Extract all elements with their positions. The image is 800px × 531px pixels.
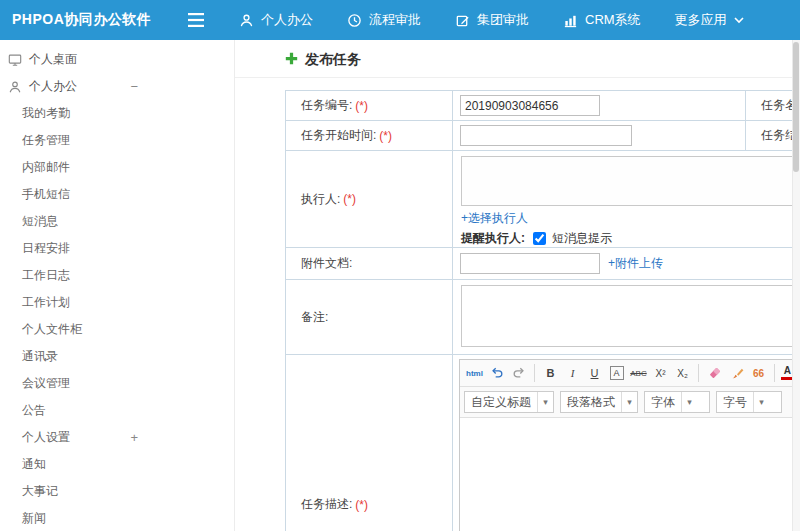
sidebar-item-personal-files[interactable]: 个人文件柜 (0, 316, 138, 343)
nav-item-crm[interactable]: CRM系统 (546, 0, 658, 40)
nav-item-workflow-approval[interactable]: 流程审批 (330, 0, 438, 40)
bar-chart-icon (563, 13, 578, 28)
remove-format-icon[interactable] (704, 363, 725, 384)
required-mark: (*) (379, 129, 392, 143)
undo-icon[interactable] (486, 363, 507, 384)
required-mark: (*) (343, 192, 356, 206)
sidebar-item-work-log[interactable]: 工作日志 (0, 262, 138, 289)
user-icon (239, 13, 254, 28)
toolbar-separator (698, 364, 699, 382)
topbar: PHPOA协同办公软件 个人办公 流程审批 集团审批 CRM系统 更多应用 (0, 0, 800, 40)
editor-toolbar-row2: 自定义标题 段落格式 字体 字号 (460, 387, 800, 418)
required-mark: (*) (355, 99, 368, 113)
page-title: 发布任务 (305, 51, 361, 69)
clock-icon (347, 13, 362, 28)
choose-executor-link[interactable]: +选择执行人 (461, 210, 528, 227)
sidebar: 个人桌面 个人办公 − 我的考勤 任务管理 内部邮件 手机短信 短消息 日程安排… (0, 40, 235, 531)
hamburger-icon[interactable] (184, 0, 208, 40)
font-family-select[interactable]: 字体 (644, 391, 710, 413)
app-brand: PHPOA协同办公软件 (0, 11, 178, 29)
page-header: 发布任务 (235, 48, 800, 78)
sms-remind-checkbox[interactable] (533, 232, 546, 245)
sidebar-item-short-message[interactable]: 短消息 (0, 208, 138, 235)
executor-box[interactable] (461, 156, 797, 206)
sidebar-item-personal-desktop[interactable]: 个人桌面 (0, 46, 138, 73)
format-brush-icon[interactable] (726, 363, 747, 384)
publish-task-form: 任务编号:(*) 任务名称:(*) 任务开始时间:(*) 任务结束时间:(*) (285, 90, 800, 531)
sidebar-item-announcement[interactable]: 公告 (0, 397, 138, 424)
caret-down-icon (753, 392, 769, 412)
attachment-input[interactable] (460, 253, 600, 274)
remind-executor-label: 提醒执行人: (461, 230, 525, 247)
task-description-editor[interactable] (460, 418, 800, 531)
toolbar-separator (534, 364, 535, 382)
start-time-label: 任务开始时间:(*) (286, 121, 453, 151)
attachment-label: 附件文档: (286, 248, 453, 280)
sidebar-item-events[interactable]: 大事记 (0, 478, 138, 505)
main-content: 发布任务 任务编号:(*) 任务名称:(*) 任务开始时间:(*) 任务结束时间 (235, 40, 800, 531)
rich-text-editor: html B I U A ABC X² X₂ 66 (459, 359, 800, 531)
remark-label: 备注: (286, 280, 453, 355)
desktop-icon (8, 53, 22, 67)
bold-button[interactable]: B (540, 363, 561, 384)
vertical-scrollbar[interactable] (792, 40, 800, 531)
attachment-upload-link[interactable]: +附件上传 (608, 255, 663, 272)
start-time-input[interactable] (460, 125, 632, 146)
caret-down-icon (621, 392, 637, 412)
toolbar-separator (774, 364, 775, 382)
caret-down-icon (681, 392, 697, 412)
sidebar-item-task-management[interactable]: 任务管理 (0, 127, 138, 154)
task-number-input[interactable] (460, 95, 600, 116)
executor-label: 执行人:(*) (286, 151, 453, 248)
source-code-button[interactable]: html (464, 363, 485, 384)
font-size-select[interactable]: 字号 (716, 391, 782, 413)
sidebar-item-my-attendance[interactable]: 我的考勤 (0, 100, 138, 127)
sidebar-item-notice[interactable]: 通知 (0, 451, 138, 478)
remark-textarea[interactable] (461, 285, 797, 347)
user-icon (8, 80, 22, 94)
collapse-icon[interactable]: − (130, 79, 138, 94)
blockquote-button[interactable]: 66 (748, 363, 769, 384)
custom-title-select[interactable]: 自定义标题 (464, 391, 554, 413)
sidebar-item-meeting-management[interactable]: 会议管理 (0, 370, 138, 397)
sidebar-item-internal-mail[interactable]: 内部邮件 (0, 154, 138, 181)
nav-item-personal-office[interactable]: 个人办公 (222, 0, 330, 40)
sms-remind-option: 短消息提示 (552, 230, 612, 247)
paragraph-format-select[interactable]: 段落格式 (560, 391, 638, 413)
sidebar-item-personal-settings[interactable]: 个人设置 + (0, 424, 138, 451)
sidebar-item-news[interactable]: 新闻 (0, 505, 138, 531)
main-nav: 个人办公 流程审批 集团审批 CRM系统 更多应用 (222, 0, 761, 40)
underline-button[interactable]: U (584, 363, 605, 384)
sidebar-item-contacts[interactable]: 通讯录 (0, 343, 138, 370)
nav-item-more-apps[interactable]: 更多应用 (658, 0, 761, 40)
italic-button[interactable]: I (562, 363, 583, 384)
required-mark: (*) (355, 498, 368, 512)
font-border-button[interactable]: A (606, 363, 627, 384)
caret-down-icon (537, 392, 553, 412)
nav-item-group-approval[interactable]: 集团审批 (438, 0, 546, 40)
edit-icon (455, 13, 470, 28)
subscript-button[interactable]: X₂ (672, 363, 693, 384)
strikethrough-button[interactable]: ABC (628, 363, 649, 384)
sidebar-item-personal-office[interactable]: 个人办公 − (0, 73, 138, 100)
editor-toolbar-row1: html B I U A ABC X² X₂ 66 (460, 360, 800, 387)
sidebar-item-mobile-sms[interactable]: 手机短信 (0, 181, 138, 208)
sidebar-item-schedule[interactable]: 日程安排 (0, 235, 138, 262)
add-icon (285, 52, 298, 68)
sidebar-item-work-plan[interactable]: 工作计划 (0, 289, 138, 316)
redo-icon[interactable] (508, 363, 529, 384)
caret-down-icon (734, 17, 744, 24)
task-number-label: 任务编号:(*) (286, 91, 453, 121)
scrollbar-thumb[interactable] (793, 42, 799, 172)
description-label: 任务描述:(*) (286, 355, 453, 531)
superscript-button[interactable]: X² (650, 363, 671, 384)
expand-icon[interactable]: + (130, 430, 138, 445)
